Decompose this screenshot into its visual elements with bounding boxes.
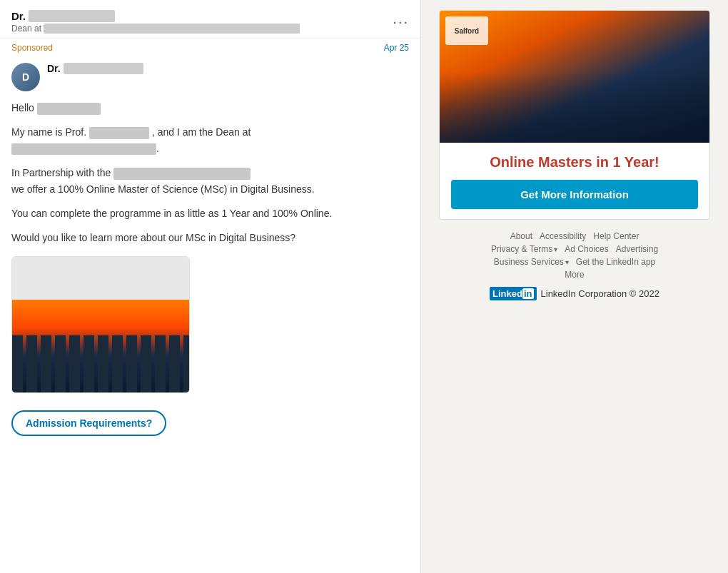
- sponsored-label: Sponsored: [11, 43, 53, 53]
- university-blurred: University of Salford, England: [113, 168, 251, 180]
- footer-help-center-link[interactable]: Help Center: [593, 231, 639, 241]
- message-body[interactable]: D Dr. Ian David Costa Hello Oluwasegun! …: [0, 56, 420, 573]
- footer-row-4: More: [439, 270, 710, 280]
- admission-requirements-button[interactable]: Admission Requirements?: [11, 410, 166, 436]
- footer-ad-choices-link[interactable]: Ad Choices: [565, 244, 608, 254]
- sender-info-header: Dr. Ian David Costa Dean at Robert Kenne…: [11, 10, 300, 34]
- message-header: Dr. Ian David Costa Dean at Robert Kenne…: [0, 0, 420, 39]
- city-buildings: [12, 335, 190, 392]
- business-services-dropdown[interactable]: Business Services ▾: [494, 257, 569, 267]
- prof-name-blurred: David Costa: [89, 127, 149, 139]
- footer-row-2: Privacy & Terms ▾ Ad Choices Advertising: [439, 244, 710, 254]
- chevron-down-icon: ▾: [554, 245, 557, 253]
- city-image-inner: [12, 300, 190, 392]
- right-panel: Salford Online Masters in 1 Year! Get Mo…: [421, 0, 728, 573]
- footer-advertising-link[interactable]: Advertising: [616, 244, 658, 254]
- linkedin-logo-in: in: [522, 288, 534, 299]
- footer-get-app-link[interactable]: Get the LinkedIn app: [576, 257, 655, 267]
- ad-body: Online Masters in 1 Year! Get More Infor…: [440, 143, 709, 219]
- privacy-terms-dropdown[interactable]: Privacy & Terms ▾: [491, 244, 557, 254]
- image-top-placeholder: [12, 257, 190, 300]
- message-sender-info: Dr. Ian David Costa: [47, 63, 143, 74]
- linkedin-logo: Linkedin: [490, 287, 536, 300]
- sender-avatar: D: [11, 63, 40, 91]
- message-sender-name: Dr. Ian David Costa: [47, 63, 143, 74]
- ad-image: Salford: [440, 11, 709, 143]
- city-image: [12, 300, 190, 392]
- sender-name-header: Dr. Ian David Costa: [11, 10, 300, 22]
- ad-logo: Salford: [445, 16, 488, 45]
- footer-row-1: About Accessibility Help Center: [439, 231, 710, 241]
- ad-image-overlay: [440, 71, 709, 143]
- message-panel: Dr. Ian David Costa Dean at Robert Kenne…: [0, 0, 421, 573]
- footer-about-link[interactable]: About: [510, 231, 532, 241]
- ad-title: Online Masters in 1 Year!: [451, 153, 698, 171]
- sender-name-blurred-header: Ian David Costa: [29, 10, 115, 22]
- footer-more-link[interactable]: More: [565, 270, 584, 280]
- ad-cta-button[interactable]: Get More Information: [451, 180, 698, 209]
- footer-accessibility-link[interactable]: Accessibility: [540, 231, 586, 241]
- message-from-row: D Dr. Ian David Costa: [11, 63, 409, 91]
- chevron-down-icon-2: ▾: [565, 258, 569, 266]
- message-text: Hello Oluwasegun! My name is Prof. David…: [11, 100, 409, 246]
- message-image-card: [11, 256, 190, 393]
- sender-title-header: Dean at Robert Kennedy College a partner…: [11, 24, 300, 34]
- message-date: Apr 25: [384, 43, 409, 53]
- ad-card: Salford Online Masters in 1 Year! Get Mo…: [439, 10, 710, 220]
- footer-brand: Linkedin LinkedIn Corporation © 2022: [439, 287, 710, 300]
- footer-brand-text: LinkedIn Corporation © 2022: [541, 288, 659, 299]
- message-meta: Sponsored Apr 25: [0, 39, 420, 56]
- footer-row-3: Business Services ▾ Get the LinkedIn app: [439, 257, 710, 267]
- greeting-name-blurred: Oluwasegun!: [37, 103, 101, 115]
- footer-links: About Accessibility Help Center Privacy …: [439, 231, 710, 300]
- sender-title-blurred: Robert Kennedy College a partner of the …: [44, 24, 299, 34]
- message-sender-name-blurred: Ian David Costa: [64, 63, 144, 74]
- school-name-blurred: Robert Kennedy College Zürich: [11, 143, 156, 156]
- more-options-button[interactable]: ···: [393, 14, 409, 30]
